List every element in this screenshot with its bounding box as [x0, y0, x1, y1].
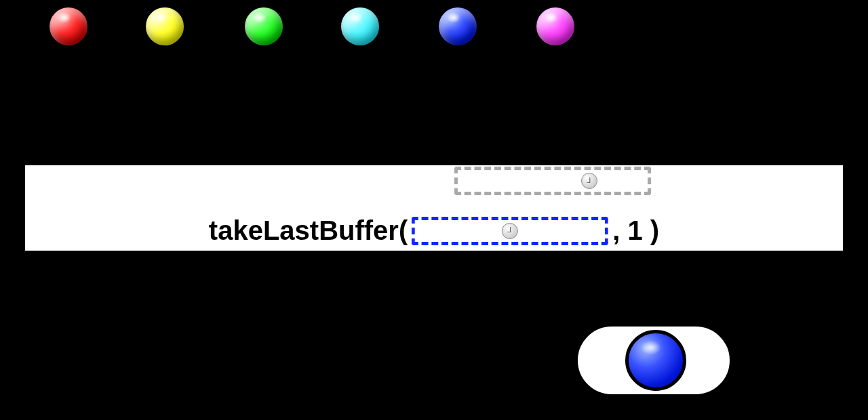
operator-label: takeLastBuffer( , 1 ) [209, 215, 659, 246]
clock-icon [581, 173, 597, 189]
input-marble-green [243, 5, 285, 47]
operator-text-suffix: , 1 ) [612, 215, 659, 246]
input-marble-yellow [144, 5, 186, 47]
diagram-stage: takeLastBuffer( , 1 ) [0, 0, 868, 420]
output-buffer [575, 324, 732, 397]
operator-text-prefix: takeLastBuffer( [209, 215, 408, 246]
output-marble-blue [625, 330, 686, 391]
input-marble-cyan [339, 5, 381, 47]
time-window-ghost [454, 167, 651, 195]
input-marble-blue [437, 5, 479, 47]
clock-icon [502, 223, 518, 239]
input-marble-red [47, 5, 90, 47]
time-window-arg [412, 217, 608, 245]
input-marble-magenta [534, 5, 576, 47]
